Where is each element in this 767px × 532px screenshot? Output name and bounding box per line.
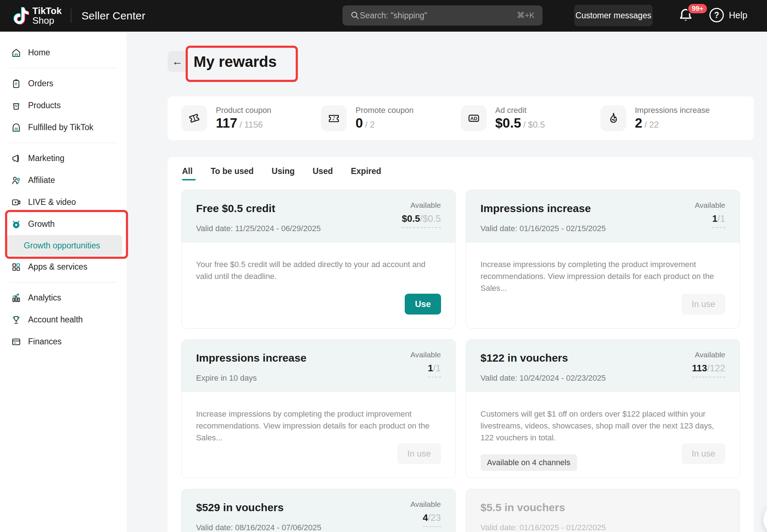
app-name: Seller Center (81, 10, 145, 22)
sidebar-item-account-health[interactable]: Account health (0, 309, 127, 331)
ad-credit-icon: AD (461, 105, 487, 131)
tab-using[interactable]: Using (272, 166, 295, 183)
reward-card-impressions-1: Impressions increase Valid date: 01/16/2… (466, 190, 740, 329)
summary-label: Ad credit (495, 106, 545, 115)
card-description: Customers will get $1 off on orders over… (481, 408, 726, 444)
card-header: Impressions increase Valid date: 01/16/2… (466, 190, 740, 243)
card-valid-date: Valid date: 01/16/2025 - 01/22/2025 (481, 523, 726, 532)
available-label: Available (402, 201, 441, 210)
card-available: Available $0.5/$0.5 (402, 201, 441, 228)
megaphone-icon (11, 153, 22, 164)
card-title: $529 in vouchers (196, 501, 441, 514)
sidebar-item-fulfilled-by-tiktok[interactable]: Fulfilled by TikTok (0, 116, 127, 138)
card-title: Impressions increase (196, 352, 441, 364)
affiliate-people-icon (11, 175, 22, 186)
sidebar-item-label: Analytics (28, 293, 61, 303)
seller-center-app: TikTok Shop Seller Center ⌘+K Customer m… (0, 0, 767, 532)
global-search[interactable]: ⌘+K (342, 5, 543, 26)
logo-wordmark: TikTok Shop (32, 6, 62, 26)
card-description: Your free $0.5 credit will be added dire… (196, 258, 441, 282)
sidebar-item-home[interactable]: Home (0, 42, 127, 64)
summary-value: 2 (635, 116, 643, 131)
tab-expired[interactable]: Expired (351, 166, 381, 183)
available-value: 4/23 (423, 512, 441, 527)
sidebar-item-growth-opportunities[interactable]: Growth opportunities (6, 235, 122, 256)
logo-title: TikTok (32, 6, 62, 16)
analytics-chart-icon (11, 293, 22, 303)
topbar: TikTok Shop Seller Center ⌘+K Customer m… (0, 0, 767, 32)
finances-card-icon (11, 336, 22, 347)
card-body: Increase impressions by completing the p… (182, 392, 455, 444)
logo-subtitle: Shop (32, 16, 62, 26)
sidebar-item-products[interactable]: Products (0, 95, 127, 116)
sidebar-item-label: Affiliate (28, 175, 55, 185)
summary-impressions-increase: Impressions increase 2/ 22 (600, 105, 740, 131)
in-use-button: In use (682, 443, 725, 464)
sidebar-item-analytics[interactable]: Analytics (0, 287, 127, 309)
available-label: Available (695, 201, 725, 210)
sidebar-item-orders[interactable]: Orders (0, 73, 127, 95)
floating-action-button[interactable] (763, 503, 767, 532)
reward-card-122-vouchers: $122 in vouchers Valid date: 10/24/2024 … (466, 339, 740, 478)
summary-value: 117 (216, 116, 237, 131)
sidebar-item-label: Home (28, 48, 50, 58)
video-camera-icon (11, 197, 22, 208)
sidebar-subitem-label: Growth opportunities (24, 241, 100, 251)
reward-card-impressions-2: Impressions increase Expire in 10 days A… (181, 339, 456, 478)
available-value: $0.5/$0.5 (402, 213, 441, 228)
tab-all[interactable]: All (182, 166, 192, 183)
summary-label: Promote coupon (355, 106, 413, 115)
available-value: 1/1 (712, 213, 725, 228)
card-description: Increase impressions by completing the p… (196, 408, 441, 444)
customer-messages-button[interactable]: Customer messages (574, 5, 653, 26)
sidebar-item-growth[interactable]: Growth (0, 213, 127, 235)
summary-promote-coupon: ♪ Promote coupon 0/ 2 (321, 105, 460, 131)
card-valid-date: Valid date: 08/16/2024 - 07/06/2025 (196, 523, 441, 532)
svg-text:♪: ♪ (332, 115, 336, 121)
sidebar-divider (9, 68, 117, 68)
in-use-button: In use (682, 294, 725, 315)
tab-to-be-used[interactable]: To be used (210, 166, 254, 183)
back-button[interactable]: ← (168, 51, 187, 72)
help-label: Help (729, 10, 747, 20)
summary-value: $0.5 (495, 116, 521, 131)
apps-grid-icon (11, 262, 22, 272)
available-label: Available (410, 500, 441, 509)
sidebar-item-label: Finances (28, 337, 62, 347)
help-button[interactable]: ? Help (709, 8, 747, 22)
summary-total: / 1156 (240, 120, 263, 130)
growth-icon (11, 219, 22, 230)
search-input[interactable] (360, 11, 512, 20)
summary-ad-credit: AD Ad credit $0.5/ $0.5 (461, 105, 600, 131)
sidebar-item-label: Account health (28, 315, 83, 325)
reward-cards-grid: Free $0.5 credit Valid date: 11/25/2024 … (181, 190, 740, 532)
use-button[interactable]: Use (405, 294, 441, 315)
sidebar: Home Orders Products Fulfilled by TikTok… (0, 32, 127, 532)
channels-tag: Available on 4 channels (481, 454, 577, 471)
card-header: $122 in vouchers Valid date: 10/24/2024 … (466, 340, 740, 392)
summary-value: 0 (355, 116, 363, 131)
card-expire-note: Expire in 10 days (196, 373, 441, 383)
tiktok-shop-logo[interactable]: TikTok Shop (13, 6, 62, 26)
tiktok-note-icon (13, 6, 30, 26)
page-title: My rewards (194, 53, 277, 70)
sidebar-item-live-video[interactable]: LIVE & video (0, 191, 127, 213)
sidebar-item-finances[interactable]: Finances (0, 331, 127, 353)
summary-total: / 22 (644, 120, 659, 130)
sidebar-item-label: Orders (28, 79, 53, 88)
rewards-summary: Product coupon 117/ 1156 ♪ Promote coupo… (168, 96, 754, 140)
reward-card-5-5-vouchers: $5.5 in vouchers Valid date: 01/16/2025 … (466, 489, 740, 532)
products-icon (11, 100, 22, 111)
sidebar-item-label: Marketing (28, 153, 64, 163)
card-available: Available 113/122 (692, 350, 725, 377)
sidebar-item-affiliate[interactable]: Affiliate (0, 169, 127, 191)
search-shortcut-hint: ⌘+K (517, 11, 535, 20)
notification-badge: 99+ (687, 3, 708, 14)
card-header: Free $0.5 credit Valid date: 11/25/2024 … (182, 190, 455, 243)
notifications-button[interactable]: 99+ (678, 6, 698, 27)
sidebar-item-apps-services[interactable]: Apps & services (0, 256, 127, 278)
rewards-panel: All To be used Using Used Expired Free $… (168, 157, 754, 532)
tab-used[interactable]: Used (313, 166, 333, 183)
sidebar-item-marketing[interactable]: Marketing (0, 147, 127, 169)
card-header: $5.5 in vouchers Valid date: 01/16/2025 … (466, 489, 740, 532)
